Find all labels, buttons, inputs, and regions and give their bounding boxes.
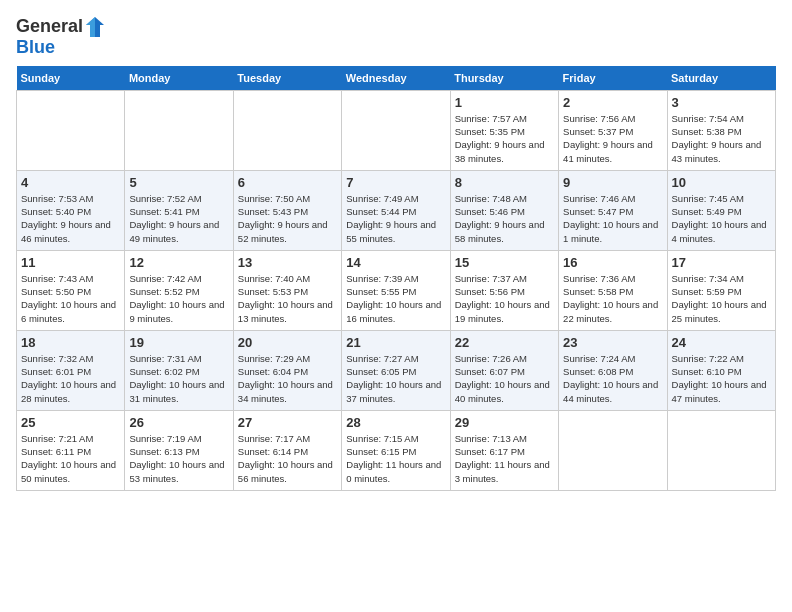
day-info: Sunrise: 7:40 AM Sunset: 5:53 PM Dayligh…: [238, 272, 337, 325]
week-row-1: 1Sunrise: 7:57 AM Sunset: 5:35 PM Daylig…: [17, 90, 776, 170]
day-info: Sunrise: 7:56 AM Sunset: 5:37 PM Dayligh…: [563, 112, 662, 165]
calendar-table: SundayMondayTuesdayWednesdayThursdayFrid…: [16, 66, 776, 491]
day-number: 16: [563, 255, 662, 270]
calendar-cell: 27Sunrise: 7:17 AM Sunset: 6:14 PM Dayli…: [233, 410, 341, 490]
calendar-cell: 6Sunrise: 7:50 AM Sunset: 5:43 PM Daylig…: [233, 170, 341, 250]
day-info: Sunrise: 7:39 AM Sunset: 5:55 PM Dayligh…: [346, 272, 445, 325]
logo: General Blue: [16, 16, 105, 58]
day-info: Sunrise: 7:29 AM Sunset: 6:04 PM Dayligh…: [238, 352, 337, 405]
logo-triangle-icon: [85, 16, 105, 38]
logo-general: General: [16, 17, 83, 37]
calendar-cell: 22Sunrise: 7:26 AM Sunset: 6:07 PM Dayli…: [450, 330, 558, 410]
column-header-sunday: Sunday: [17, 66, 125, 91]
calendar-cell: 7Sunrise: 7:49 AM Sunset: 5:44 PM Daylig…: [342, 170, 450, 250]
day-info: Sunrise: 7:45 AM Sunset: 5:49 PM Dayligh…: [672, 192, 771, 245]
day-number: 19: [129, 335, 228, 350]
day-number: 9: [563, 175, 662, 190]
day-info: Sunrise: 7:22 AM Sunset: 6:10 PM Dayligh…: [672, 352, 771, 405]
day-info: Sunrise: 7:31 AM Sunset: 6:02 PM Dayligh…: [129, 352, 228, 405]
page-header: General Blue: [16, 16, 776, 58]
day-number: 11: [21, 255, 120, 270]
calendar-cell: [233, 90, 341, 170]
day-number: 20: [238, 335, 337, 350]
calendar-cell: 16Sunrise: 7:36 AM Sunset: 5:58 PM Dayli…: [559, 250, 667, 330]
week-row-3: 11Sunrise: 7:43 AM Sunset: 5:50 PM Dayli…: [17, 250, 776, 330]
svg-marker-1: [86, 17, 95, 37]
calendar-cell: [667, 410, 775, 490]
day-info: Sunrise: 7:48 AM Sunset: 5:46 PM Dayligh…: [455, 192, 554, 245]
logo-text-block: General Blue: [16, 16, 105, 58]
calendar-cell: 21Sunrise: 7:27 AM Sunset: 6:05 PM Dayli…: [342, 330, 450, 410]
day-info: Sunrise: 7:36 AM Sunset: 5:58 PM Dayligh…: [563, 272, 662, 325]
day-info: Sunrise: 7:52 AM Sunset: 5:41 PM Dayligh…: [129, 192, 228, 245]
day-number: 7: [346, 175, 445, 190]
day-number: 27: [238, 415, 337, 430]
calendar-cell: [559, 410, 667, 490]
column-header-tuesday: Tuesday: [233, 66, 341, 91]
week-row-2: 4Sunrise: 7:53 AM Sunset: 5:40 PM Daylig…: [17, 170, 776, 250]
day-number: 3: [672, 95, 771, 110]
calendar-cell: 1Sunrise: 7:57 AM Sunset: 5:35 PM Daylig…: [450, 90, 558, 170]
day-info: Sunrise: 7:27 AM Sunset: 6:05 PM Dayligh…: [346, 352, 445, 405]
calendar-cell: 3Sunrise: 7:54 AM Sunset: 5:38 PM Daylig…: [667, 90, 775, 170]
day-number: 17: [672, 255, 771, 270]
calendar-cell: 25Sunrise: 7:21 AM Sunset: 6:11 PM Dayli…: [17, 410, 125, 490]
calendar-cell: 4Sunrise: 7:53 AM Sunset: 5:40 PM Daylig…: [17, 170, 125, 250]
day-number: 15: [455, 255, 554, 270]
day-number: 26: [129, 415, 228, 430]
column-header-wednesday: Wednesday: [342, 66, 450, 91]
day-number: 12: [129, 255, 228, 270]
day-info: Sunrise: 7:17 AM Sunset: 6:14 PM Dayligh…: [238, 432, 337, 485]
calendar-cell: 8Sunrise: 7:48 AM Sunset: 5:46 PM Daylig…: [450, 170, 558, 250]
week-row-4: 18Sunrise: 7:32 AM Sunset: 6:01 PM Dayli…: [17, 330, 776, 410]
logo-blue: Blue: [16, 38, 105, 58]
day-info: Sunrise: 7:53 AM Sunset: 5:40 PM Dayligh…: [21, 192, 120, 245]
calendar-cell: 24Sunrise: 7:22 AM Sunset: 6:10 PM Dayli…: [667, 330, 775, 410]
calendar-cell: 28Sunrise: 7:15 AM Sunset: 6:15 PM Dayli…: [342, 410, 450, 490]
day-info: Sunrise: 7:49 AM Sunset: 5:44 PM Dayligh…: [346, 192, 445, 245]
day-number: 14: [346, 255, 445, 270]
day-info: Sunrise: 7:42 AM Sunset: 5:52 PM Dayligh…: [129, 272, 228, 325]
column-header-saturday: Saturday: [667, 66, 775, 91]
day-info: Sunrise: 7:13 AM Sunset: 6:17 PM Dayligh…: [455, 432, 554, 485]
day-number: 22: [455, 335, 554, 350]
column-header-monday: Monday: [125, 66, 233, 91]
calendar-cell: [125, 90, 233, 170]
calendar-cell: 17Sunrise: 7:34 AM Sunset: 5:59 PM Dayli…: [667, 250, 775, 330]
day-number: 8: [455, 175, 554, 190]
calendar-cell: 12Sunrise: 7:42 AM Sunset: 5:52 PM Dayli…: [125, 250, 233, 330]
calendar-cell: [17, 90, 125, 170]
day-info: Sunrise: 7:46 AM Sunset: 5:47 PM Dayligh…: [563, 192, 662, 245]
calendar-cell: 18Sunrise: 7:32 AM Sunset: 6:01 PM Dayli…: [17, 330, 125, 410]
day-number: 21: [346, 335, 445, 350]
calendar-cell: 20Sunrise: 7:29 AM Sunset: 6:04 PM Dayli…: [233, 330, 341, 410]
day-number: 25: [21, 415, 120, 430]
calendar-cell: 26Sunrise: 7:19 AM Sunset: 6:13 PM Dayli…: [125, 410, 233, 490]
day-number: 18: [21, 335, 120, 350]
day-number: 24: [672, 335, 771, 350]
day-number: 2: [563, 95, 662, 110]
calendar-cell: 11Sunrise: 7:43 AM Sunset: 5:50 PM Dayli…: [17, 250, 125, 330]
week-row-5: 25Sunrise: 7:21 AM Sunset: 6:11 PM Dayli…: [17, 410, 776, 490]
header-row: SundayMondayTuesdayWednesdayThursdayFrid…: [17, 66, 776, 91]
day-number: 1: [455, 95, 554, 110]
day-info: Sunrise: 7:57 AM Sunset: 5:35 PM Dayligh…: [455, 112, 554, 165]
day-info: Sunrise: 7:34 AM Sunset: 5:59 PM Dayligh…: [672, 272, 771, 325]
column-header-friday: Friday: [559, 66, 667, 91]
calendar-cell: [342, 90, 450, 170]
day-number: 10: [672, 175, 771, 190]
day-number: 4: [21, 175, 120, 190]
day-info: Sunrise: 7:26 AM Sunset: 6:07 PM Dayligh…: [455, 352, 554, 405]
day-info: Sunrise: 7:24 AM Sunset: 6:08 PM Dayligh…: [563, 352, 662, 405]
day-number: 13: [238, 255, 337, 270]
calendar-cell: 19Sunrise: 7:31 AM Sunset: 6:02 PM Dayli…: [125, 330, 233, 410]
day-number: 5: [129, 175, 228, 190]
column-header-thursday: Thursday: [450, 66, 558, 91]
calendar-cell: 23Sunrise: 7:24 AM Sunset: 6:08 PM Dayli…: [559, 330, 667, 410]
calendar-cell: 14Sunrise: 7:39 AM Sunset: 5:55 PM Dayli…: [342, 250, 450, 330]
calendar-cell: 29Sunrise: 7:13 AM Sunset: 6:17 PM Dayli…: [450, 410, 558, 490]
day-info: Sunrise: 7:21 AM Sunset: 6:11 PM Dayligh…: [21, 432, 120, 485]
calendar-cell: 15Sunrise: 7:37 AM Sunset: 5:56 PM Dayli…: [450, 250, 558, 330]
day-number: 23: [563, 335, 662, 350]
day-number: 28: [346, 415, 445, 430]
